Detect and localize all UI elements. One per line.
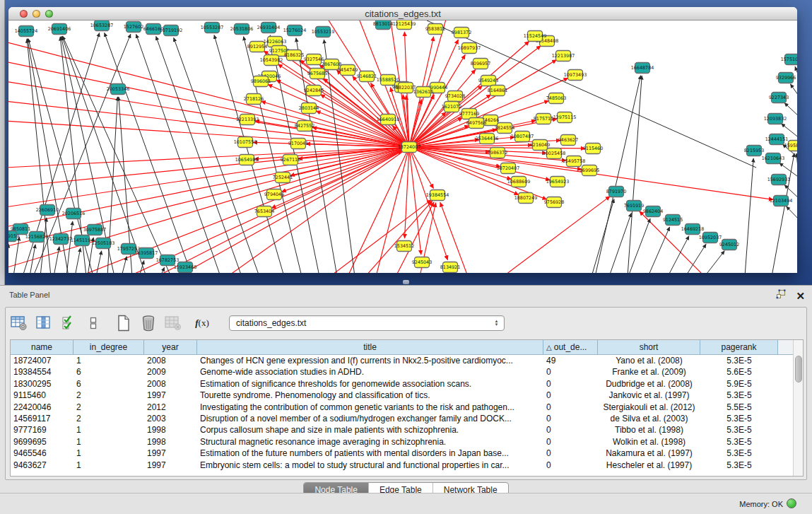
table-cell[interactable]: 5.5E-5 — [700, 402, 778, 413]
citation-edge[interactable] — [686, 244, 706, 273]
table-cell[interactable]: 0 — [543, 448, 598, 459]
network-node[interactable]: 9242845 — [304, 86, 324, 96]
table-cell[interactable]: Genome-wide association studies in ADHD. — [197, 366, 543, 378]
network-node[interactable]: 8215953 — [744, 146, 764, 156]
delete-rows-trash-button[interactable] — [139, 313, 158, 333]
column-header-year[interactable]: year — [144, 340, 197, 355]
network-node[interactable]: 12125439 — [393, 21, 416, 30]
table-cell[interactable]: 1997 — [144, 448, 197, 459]
table-cell[interactable]: 19384554 — [11, 366, 73, 378]
table-vertical-scrollbar[interactable] — [793, 340, 803, 476]
network-node[interactable]: 9124515 — [663, 215, 683, 226]
network-node[interactable]: 9862404 — [643, 206, 663, 217]
network-node[interactable]: 9549243 — [478, 76, 498, 86]
table-cell[interactable]: 5.6E-5 — [700, 366, 778, 378]
table-cell[interactable]: Tibbo et al. (1998) — [598, 424, 700, 436]
network-node[interactable]: 1534512 — [394, 241, 414, 252]
citation-edge[interactable] — [8, 147, 409, 187]
network-node[interactable]: 9245043 — [412, 257, 432, 268]
table-cell[interactable]: 1 — [73, 424, 144, 436]
citation-edge[interactable] — [592, 199, 614, 273]
network-node[interactable]: 9675685 — [307, 69, 327, 79]
float-panel-icon[interactable] — [776, 289, 787, 302]
network-node[interactable]: 12213987 — [552, 51, 575, 62]
network-node[interactable]: 11923468 — [174, 262, 197, 273]
table-cell[interactable]: Changes of HCN gene expression and I(f) … — [197, 355, 543, 366]
network-node[interactable]: 10653287 — [90, 21, 114, 31]
table-cell[interactable]: 5.9E-5 — [700, 378, 778, 390]
table-cell[interactable]: Disruption of a novel member of a sodium… — [197, 413, 543, 424]
table-cell[interactable]: 0 — [543, 402, 598, 413]
table-cell[interactable]: 0 — [543, 390, 598, 401]
citation-edge[interactable] — [54, 247, 59, 273]
table-cell[interactable]: 2 — [73, 413, 144, 424]
citation-edge[interactable] — [705, 251, 724, 273]
network-node[interactable]: 9699695 — [579, 165, 599, 176]
table-cell[interactable]: 18300295 — [11, 378, 73, 390]
table-cell[interactable]: 6 — [73, 378, 144, 390]
network-node[interactable]: 19654923 — [546, 177, 570, 187]
network-node[interactable]: 2718126 — [244, 94, 264, 105]
network-node[interactable]: 10107553 — [234, 137, 257, 148]
network-node[interactable]: 9756928 — [544, 197, 564, 208]
close-panel-icon[interactable]: ✕ — [796, 291, 805, 301]
table-cell[interactable]: 2 — [73, 390, 144, 401]
network-node[interactable]: 1527602 — [124, 22, 143, 33]
network-node[interactable]: 15495758 — [563, 156, 586, 167]
network-node[interactable]: 25364436 — [476, 134, 499, 144]
table-row[interactable]: 969969511998Structural magnetic resonanc… — [11, 436, 793, 448]
table-cell[interactable]: 9777169 — [11, 424, 73, 436]
network-node[interactable]: 22606910 — [36, 205, 59, 216]
table-cell[interactable]: 18724007 — [11, 355, 73, 366]
network-node[interactable]: 9463627 — [558, 135, 578, 146]
citation-edge[interactable] — [13, 237, 19, 273]
function-builder-button[interactable]: f(x) — [193, 313, 211, 333]
table-cell[interactable]: 22420046 — [11, 402, 73, 413]
network-node[interactable]: 8164861 — [488, 86, 507, 96]
table-cell[interactable]: Hescheler et al. (1997) — [598, 460, 700, 471]
network-node[interactable]: 8427552 — [295, 121, 314, 132]
citation-edge[interactable] — [772, 153, 794, 273]
network-node[interactable]: 8791970 — [606, 187, 626, 197]
table-cell[interactable]: Estimation of the future numbers of pati… — [197, 448, 543, 459]
table-row[interactable]: 1830029562008Estimation of significance … — [11, 378, 793, 390]
table-cell[interactable]: 9463627 — [11, 460, 73, 471]
table-cell[interactable]: 0 — [543, 413, 598, 424]
column-header-short[interactable]: short — [598, 340, 700, 355]
citation-edge[interactable] — [787, 206, 797, 221]
network-node[interactable]: 6216049 — [530, 140, 550, 151]
table-cell[interactable]: 2003 — [144, 413, 197, 424]
citation-edge[interactable] — [348, 147, 409, 273]
table-row[interactable]: 1456911722003Disruption of a novel membe… — [11, 413, 793, 424]
table-cell[interactable]: Jankovic et al. (1997) — [598, 390, 700, 401]
citation-edge[interactable] — [796, 153, 797, 190]
table-row[interactable]: 2242004622012Investigating the contribut… — [11, 402, 793, 413]
network-node[interactable]: 12975115 — [553, 112, 577, 123]
table-cell[interactable]: 5.3E-5 — [700, 436, 778, 448]
network-node[interactable]: 9115460 — [583, 144, 603, 154]
table-cell[interactable]: 5.3E-5 — [700, 460, 778, 471]
network-node[interactable]: 15751074 — [781, 54, 797, 65]
table-cell[interactable]: 2008 — [144, 378, 197, 390]
table-cell[interactable]: 0 — [543, 424, 598, 436]
citation-edge[interactable] — [160, 267, 165, 273]
citation-edge[interactable] — [595, 76, 641, 273]
network-node[interactable]: 9170041 — [288, 139, 308, 149]
table-cell[interactable]: 49 — [543, 355, 598, 366]
table-cell[interactable]: 0 — [543, 460, 598, 471]
network-node[interactable]: 9583812 — [425, 24, 445, 35]
column-header-title[interactable]: title — [197, 340, 543, 355]
panel-divider-grip[interactable] — [403, 280, 409, 284]
table-cell[interactable]: 2012 — [144, 402, 197, 413]
table-cell[interactable]: Corpus callosum shape and size in male p… — [197, 424, 543, 436]
network-node[interactable]: 11451194 — [71, 235, 94, 246]
table-cell[interactable]: 1998 — [144, 424, 197, 436]
table-cell[interactable]: 1998 — [144, 436, 197, 448]
network-node[interactable]: 7691919 — [624, 201, 644, 211]
table-cell[interactable]: 5.3E-5 — [700, 424, 778, 436]
table-cell[interactable]: Embryonic stem cells: a model to study s… — [197, 460, 543, 471]
table-cell[interactable]: Yano et al. (2008) — [598, 355, 700, 366]
table-cell[interactable]: 1 — [73, 448, 144, 459]
citation-edge[interactable] — [409, 147, 447, 260]
citation-edge[interactable] — [66, 221, 73, 273]
